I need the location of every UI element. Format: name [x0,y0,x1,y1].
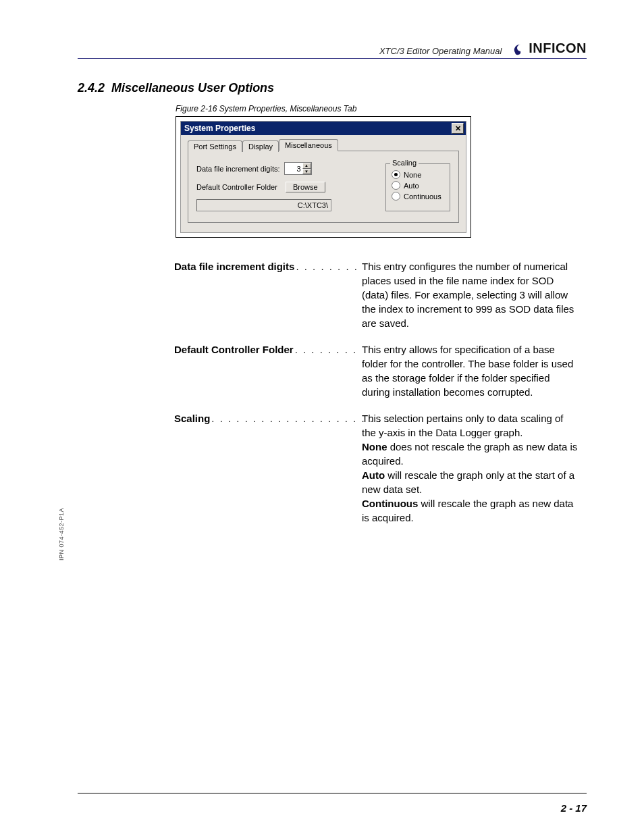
miscellaneous-tab-pane: Data file increment digits: ▲ ▼ Default … [188,151,459,223]
definition-item: Scaling. . . . . . . . . . . . . . . . .… [174,411,579,525]
scaling-continuous-label: Continuous [404,192,441,201]
tab-port-settings[interactable]: Port Settings [188,140,242,152]
definition-body: This selection pertains only to data sca… [362,411,579,525]
scaling-option-continuous[interactable]: Continuous [392,192,444,201]
dialog-title: System Properties [184,124,255,133]
spinner-up-icon[interactable]: ▲ [302,163,311,169]
definition-list: Data file increment digits. . . . . . . … [174,259,579,537]
scaling-none-label: None [404,171,421,179]
increment-digits-spinner[interactable]: ▲ ▼ [284,162,312,175]
scaling-legend: Scaling [390,159,419,167]
radio-icon[interactable] [392,170,400,179]
dialog-titlebar: System Properties ✕ [181,122,466,135]
manual-title: XTC/3 Editor Operating Manual [379,46,502,56]
system-properties-dialog: System Properties ✕ Port Settings Displa… [180,121,466,233]
folder-path-display: C:\XTC3\ [196,199,331,211]
dialog-tabs: Port Settings Display Miscellaneous [188,139,459,151]
radio-icon[interactable] [392,181,400,190]
default-folder-label: Default Controller Folder [196,183,277,191]
footer-rule [78,793,587,793]
brand-text: INFICON [529,41,587,56]
side-document-id: IPN 074-452-P1A [58,508,65,561]
definition-body: This entry configures the number of nume… [362,259,579,330]
brand-icon [512,42,526,55]
close-icon[interactable]: ✕ [452,123,464,134]
definition-term: Scaling [174,411,210,425]
figure-caption: Figure 2-16 System Properties, Miscellan… [176,104,356,113]
spinner-down-icon[interactable]: ▼ [302,169,311,175]
tab-display[interactable]: Display [242,140,279,152]
increment-digits-input[interactable] [285,163,302,174]
scaling-option-auto[interactable]: Auto [392,181,444,190]
scaling-groupbox: Scaling None Auto Continuous [385,163,450,211]
dialog-screenshot: System Properties ✕ Port Settings Displa… [176,116,471,238]
definition-item: Data file increment digits. . . . . . . … [174,259,579,330]
definition-term: Data file increment digits [174,259,294,273]
definition-term: Default Controller Folder [174,342,294,357]
definition-body: This entry allows for specification of a… [362,342,579,399]
brand-logo: INFICON [512,41,587,56]
page-number: 2 - 17 [561,802,587,814]
page-header: XTC/3 Editor Operating Manual INFICON [78,41,587,59]
radio-icon[interactable] [392,192,400,201]
scaling-option-none[interactable]: None [392,170,444,179]
section-heading: 2.4.2 Miscellaneous User Options [78,81,274,95]
tab-miscellaneous[interactable]: Miscellaneous [279,139,338,151]
definition-item: Default Controller Folder. . . . . . . .… [174,342,579,399]
browse-button[interactable]: Browse [286,182,325,192]
scaling-auto-label: Auto [404,182,419,190]
leader-dots: . . . . . . . . [294,342,359,357]
increment-digits-label: Data file increment digits: [196,165,280,173]
leader-dots: . . . . . . . . [294,259,360,273]
